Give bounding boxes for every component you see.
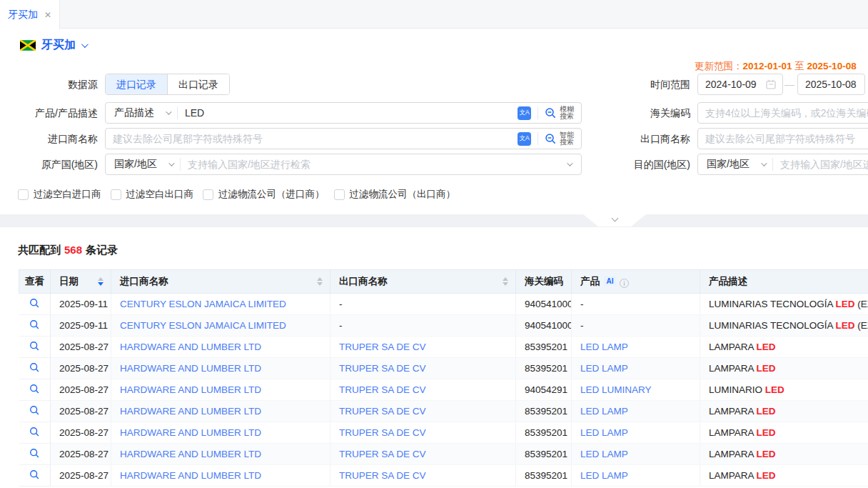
importer-link[interactable]: HARDWARE AND LUMBER LTD xyxy=(120,449,261,459)
col-header-view: 查看 xyxy=(19,270,51,294)
date-from-input[interactable] xyxy=(698,74,766,94)
sort-control-date[interactable] xyxy=(98,277,104,286)
collapse-panel-button[interactable] xyxy=(583,214,646,226)
highlight-term: LED xyxy=(765,384,784,395)
col-header-date[interactable]: 日期 xyxy=(51,270,111,294)
product-link[interactable]: LED LAMP xyxy=(580,342,628,352)
importer-link[interactable]: HARDWARE AND LUMBER LTD xyxy=(120,384,261,395)
exporter-link[interactable]: TRUPER SA DE CV xyxy=(339,384,426,395)
importer-input[interactable] xyxy=(106,129,515,149)
hs-code-cell: 85395201 xyxy=(516,401,572,422)
exporter-cell: TRUPER SA DE CV xyxy=(330,401,516,422)
hs-code-cell: 85395201 xyxy=(516,465,572,487)
checkbox[interactable] xyxy=(203,189,213,200)
import-records-toggle[interactable]: 进口记录 xyxy=(106,74,167,94)
importer-cell: HARDWARE AND LUMBER LTD xyxy=(111,422,330,444)
country-selector[interactable]: 牙买加 xyxy=(20,38,86,53)
sort-control-exporter[interactable] xyxy=(503,277,508,286)
checkbox[interactable] xyxy=(18,189,29,200)
sort-control-importer[interactable] xyxy=(317,277,323,286)
hs-code-cell: 94054291 xyxy=(516,379,572,401)
origin-country-input[interactable] xyxy=(181,154,567,174)
date-cell: 2025-08-27 xyxy=(51,337,111,358)
hs-code-cell: 85395201 xyxy=(516,444,572,465)
destination-country-select[interactable]: 国家/地区 xyxy=(698,158,772,171)
view-cell[interactable] xyxy=(19,315,51,337)
exporter-link[interactable]: TRUPER SA DE CV xyxy=(339,470,426,481)
view-record-icon[interactable] xyxy=(29,384,40,394)
exporter-link[interactable]: TRUPER SA DE CV xyxy=(339,342,426,352)
checkbox[interactable] xyxy=(334,189,345,200)
smart-search-label: 智能搜索 xyxy=(560,131,574,146)
translate-icon[interactable]: 文A xyxy=(518,132,531,146)
origin-country-select[interactable]: 国家/地区 xyxy=(106,158,180,171)
description-cell: LAMPARA LED xyxy=(700,444,868,465)
view-cell[interactable] xyxy=(19,401,51,422)
product-link[interactable]: LED LAMP xyxy=(580,406,628,417)
results-count: 568 xyxy=(61,244,86,256)
product-link[interactable]: LED LAMP xyxy=(580,470,628,481)
exporter-link[interactable]: TRUPER SA DE CV xyxy=(339,406,426,417)
fuzzy-search-button[interactable]: 模糊搜索 xyxy=(538,106,581,121)
chevron-down-icon xyxy=(761,160,767,166)
view-cell[interactable] xyxy=(19,358,51,379)
hs-code-input[interactable] xyxy=(698,103,868,123)
filter-checkbox[interactable]: 过滤物流公司（出口商） xyxy=(334,188,456,201)
view-record-icon[interactable] xyxy=(29,427,40,437)
exporter-input[interactable] xyxy=(698,129,868,149)
col-header-exporter[interactable]: 出口商名称 xyxy=(330,270,516,294)
col-header-importer[interactable]: 进口商名称 xyxy=(111,270,330,294)
date-to-input[interactable] xyxy=(798,74,864,94)
translate-icon[interactable]: 文A xyxy=(518,106,531,120)
view-cell[interactable] xyxy=(19,337,51,358)
exporter-link[interactable]: TRUPER SA DE CV xyxy=(339,363,426,374)
importer-link[interactable]: HARDWARE AND LUMBER LTD xyxy=(120,470,261,481)
product-link[interactable]: LED LAMP xyxy=(580,427,628,438)
view-record-icon[interactable] xyxy=(29,448,40,459)
destination-country-box: 国家/地区 xyxy=(697,154,868,175)
hs-code-input-box xyxy=(697,102,868,124)
view-record-icon[interactable] xyxy=(29,405,40,416)
product-link[interactable]: LED LAMP xyxy=(580,363,628,374)
smart-search-button[interactable]: 智能搜索 xyxy=(538,131,581,146)
calendar-icon[interactable] xyxy=(766,79,776,89)
table-row: 2025-08-27HARDWARE AND LUMBER LTDTRUPER … xyxy=(19,444,868,465)
info-icon[interactable]: i xyxy=(620,279,629,288)
origin-select-value: 国家/地区 xyxy=(114,158,157,171)
update-range-label: 更新范围： xyxy=(695,61,743,71)
product-link[interactable]: LED LUMINARY xyxy=(580,384,652,395)
product-cell: LED LAMP xyxy=(572,422,700,444)
close-icon[interactable]: ✕ xyxy=(44,11,51,19)
destination-country-input[interactable] xyxy=(773,154,868,174)
view-cell[interactable] xyxy=(19,294,51,315)
view-cell[interactable] xyxy=(19,444,51,465)
filter-checkbox[interactable]: 过滤物流公司（进口商） xyxy=(203,188,325,201)
product-field-select[interactable]: 产品描述 xyxy=(106,106,177,119)
view-record-icon[interactable] xyxy=(29,362,40,373)
view-record-icon[interactable] xyxy=(29,469,40,480)
filter-checkbox[interactable]: 过滤空白进口商 xyxy=(18,188,101,201)
view-record-icon[interactable] xyxy=(29,298,40,309)
importer-link[interactable]: HARDWARE AND LUMBER LTD xyxy=(120,406,261,417)
export-records-toggle[interactable]: 出口记录 xyxy=(168,74,229,94)
product-input[interactable] xyxy=(178,103,515,123)
importer-link[interactable]: HARDWARE AND LUMBER LTD xyxy=(120,427,261,438)
view-cell[interactable] xyxy=(19,422,51,444)
importer-link[interactable]: HARDWARE AND LUMBER LTD xyxy=(120,363,261,374)
exporter-cell: TRUPER SA DE CV xyxy=(330,465,516,487)
importer-link[interactable]: CENTURY ESLON JAMAICA LIMITED xyxy=(120,299,286,309)
importer-link[interactable]: CENTURY ESLON JAMAICA LIMITED xyxy=(120,320,286,331)
table-row: 2025-09-11CENTURY ESLON JAMAICA LIMITED-… xyxy=(19,294,868,315)
view-cell[interactable] xyxy=(19,465,51,487)
exporter-link[interactable]: TRUPER SA DE CV xyxy=(339,449,426,459)
view-record-icon[interactable] xyxy=(29,341,40,352)
importer-cell: HARDWARE AND LUMBER LTD xyxy=(111,358,330,379)
exporter-link[interactable]: TRUPER SA DE CV xyxy=(339,427,426,438)
checkbox[interactable] xyxy=(111,189,121,200)
view-cell[interactable] xyxy=(19,379,51,401)
view-record-icon[interactable] xyxy=(29,319,40,330)
importer-link[interactable]: HARDWARE AND LUMBER LTD xyxy=(120,342,261,352)
tab-jamaica[interactable]: 牙买加 ✕ xyxy=(0,0,60,29)
product-link[interactable]: LED LAMP xyxy=(580,449,628,459)
filter-checkbox[interactable]: 过滤空白出口商 xyxy=(111,188,194,201)
